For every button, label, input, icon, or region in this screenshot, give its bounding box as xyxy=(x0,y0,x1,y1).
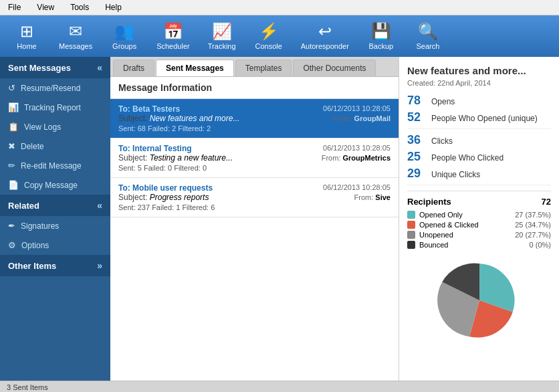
sidebar-item-re-edit-label: Re-edit Message xyxy=(21,161,82,171)
toolbar-messages-label: Messages xyxy=(59,42,92,50)
delete-icon: ✖ xyxy=(8,141,15,151)
toolbar-tracking-label: Tracking xyxy=(208,42,236,50)
toolbar-search-label: Search xyxy=(416,42,439,50)
sidebar-section-other-label: Other Items xyxy=(8,261,56,271)
backup-icon: 💾 xyxy=(371,22,391,41)
legend-item-2: Unopened 20 (27.7%) xyxy=(407,231,551,239)
tab-templates[interactable]: Templates xyxy=(235,60,292,76)
legend-value-2: 20 (27.7%) xyxy=(515,231,551,239)
sidebar-item-view-logs[interactable]: 📋 View Logs xyxy=(0,117,110,136)
signatures-icon: ✒ xyxy=(8,221,15,231)
menu-tools[interactable]: Tools xyxy=(68,1,92,13)
recipients-label: Recipients xyxy=(407,197,451,207)
legend-item-3: Bounced 0 (0%) xyxy=(407,241,551,249)
chevron-up-icon: « xyxy=(97,62,102,73)
legend-label-2: Unopened xyxy=(419,231,453,239)
chevron-other-icon: » xyxy=(97,260,102,271)
menu-view[interactable]: View xyxy=(34,1,57,13)
stat-row-2: 36Clicks xyxy=(407,133,551,147)
options-icon: ⚙ xyxy=(8,240,16,250)
sidebar-section-related[interactable]: Related « xyxy=(0,195,110,216)
status-bar: 3 Sent Items xyxy=(0,381,559,392)
toolbar-home[interactable]: ⊞ Home xyxy=(7,19,47,53)
panel-legend: Opened Only 27 (37.5%) Opened & Clicked … xyxy=(407,211,551,249)
toolbar-backup-label: Backup xyxy=(369,42,394,50)
stat-label-1: People Who Opened (unique) xyxy=(431,114,538,123)
sidebar-item-options-label: Options xyxy=(21,241,49,250)
resume-icon: ↺ xyxy=(8,83,15,93)
legend-dot-1 xyxy=(407,221,415,229)
message-list: To: Beta Testers 06/12/2013 10:28:05 Sub… xyxy=(110,99,399,381)
menu-file[interactable]: File xyxy=(5,1,23,13)
stat-row-3: 25People Who Clicked xyxy=(407,150,551,164)
pie-chart-container xyxy=(407,257,551,344)
legend-dot-3 xyxy=(407,241,415,249)
sidebar-section-related-label: Related xyxy=(8,201,39,211)
stat-label-0: Opens xyxy=(431,97,455,106)
toolbar-backup[interactable]: 💾 Backup xyxy=(361,19,401,53)
legend-item-0: Opened Only 27 (37.5%) xyxy=(407,211,551,219)
sidebar-item-resume-resend[interactable]: ↺ Resume/Resend xyxy=(0,78,110,98)
copy-icon: 📄 xyxy=(8,180,19,190)
sidebar-item-delete[interactable]: ✖ Delete xyxy=(0,136,110,156)
toolbar-scheduler[interactable]: 📅 Scheduler xyxy=(151,19,195,53)
legend-label-1: Opened & Clicked xyxy=(419,221,479,229)
stat-divider-1 xyxy=(407,128,551,129)
stat-label-2: Clicks xyxy=(431,136,453,146)
toolbar-home-label: Home xyxy=(17,42,36,50)
stat-num-2: 36 xyxy=(407,133,427,147)
toolbar-groups-label: Groups xyxy=(112,42,136,50)
report-icon: 📊 xyxy=(8,102,19,112)
toolbar-console-label: Console xyxy=(255,42,282,50)
stat-label-4: Unique Clicks xyxy=(431,170,480,179)
legend-value-0: 27 (37.5%) xyxy=(515,211,551,219)
toolbar-autoresponder-label: Autoresponder xyxy=(301,42,349,50)
recipients-count: 72 xyxy=(542,197,551,207)
content-body: Message Information To: Beta Testers 06/… xyxy=(110,77,399,381)
chevron-related-icon: « xyxy=(97,200,102,211)
toolbar-messages[interactable]: ✉ Messages xyxy=(53,19,98,53)
toolbar-tracking[interactable]: 📈 Tracking xyxy=(202,19,242,53)
right-panel: New features and more... Created: 22nd A… xyxy=(399,57,559,381)
sidebar-item-logs-label: View Logs xyxy=(24,122,61,132)
menu-bar: File View Tools Help xyxy=(0,0,559,15)
stat-label-3: People Who Clicked xyxy=(431,153,504,163)
sidebar-item-copy-message[interactable]: 📄 Copy Message xyxy=(0,175,110,195)
tab-other-documents[interactable]: Other Documents xyxy=(293,60,376,76)
edit-icon: ✏ xyxy=(8,161,15,171)
tab-sent-messages[interactable]: Sent Messages xyxy=(156,60,234,76)
sidebar-item-tracking-report[interactable]: 📊 Tracking Report xyxy=(0,98,110,117)
sidebar-item-options[interactable]: ⚙ Options xyxy=(0,235,110,255)
sidebar-item-copy-label: Copy Message xyxy=(24,181,78,190)
toolbar-autoresponder[interactable]: ↩ Autoresponder xyxy=(296,19,354,53)
console-icon: ⚡ xyxy=(259,22,279,41)
tab-drafts[interactable]: Drafts xyxy=(113,60,154,76)
sidebar-item-re-edit[interactable]: ✏ Re-edit Message xyxy=(0,156,110,175)
stat-row-0: 78Opens xyxy=(407,94,551,108)
search-icon: 🔍 xyxy=(418,22,438,41)
main-area: Sent Messages « ↺ Resume/Resend 📊 Tracki… xyxy=(0,57,559,381)
sidebar-section-other-items[interactable]: Other Items » xyxy=(0,255,110,276)
message-item-2[interactable]: To: Mobile user requests 06/12/2013 10:2… xyxy=(110,178,399,217)
toolbar-search[interactable]: 🔍 Search xyxy=(408,19,448,53)
message-item-1[interactable]: To: Internal Testing 06/12/2013 10:28:05… xyxy=(110,138,399,178)
recipients-header: Recipients 72 xyxy=(407,191,551,207)
stat-divider-4 xyxy=(407,185,551,185)
message-item-0[interactable]: To: Beta Testers 06/12/2013 10:28:05 Sub… xyxy=(110,99,399,138)
scheduler-icon: 📅 xyxy=(163,22,183,41)
sidebar-item-tracking-label: Tracking Report xyxy=(24,103,81,112)
legend-item-1: Opened & Clicked 25 (34.7%) xyxy=(407,221,551,229)
content-area: Drafts Sent Messages Templates Other Doc… xyxy=(110,57,399,381)
toolbar-groups[interactable]: 👥 Groups xyxy=(104,19,144,53)
home-icon: ⊞ xyxy=(20,22,33,41)
stat-num-3: 25 xyxy=(407,150,427,164)
sidebar-item-delete-label: Delete xyxy=(21,142,44,151)
toolbar-console[interactable]: ⚡ Console xyxy=(249,19,289,53)
sidebar-section-sent-messages[interactable]: Sent Messages « xyxy=(0,57,110,78)
stat-num-4: 29 xyxy=(407,167,427,181)
sidebar-item-signatures[interactable]: ✒ Signatures xyxy=(0,216,110,235)
menu-help[interactable]: Help xyxy=(102,1,124,13)
panel-title: New features and more... xyxy=(407,65,551,76)
groups-icon: 👥 xyxy=(114,22,134,41)
tabs-bar: Drafts Sent Messages Templates Other Doc… xyxy=(110,57,399,77)
